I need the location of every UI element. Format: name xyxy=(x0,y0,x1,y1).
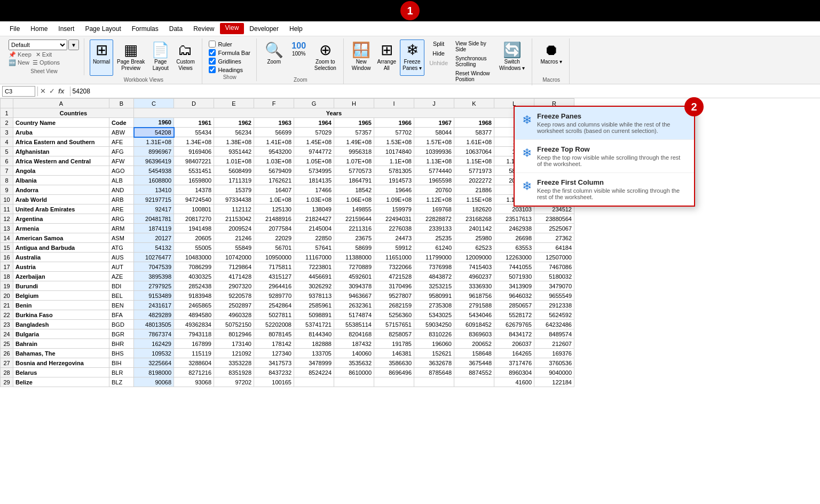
cell-19-4[interactable]: 2907320 xyxy=(214,281,254,291)
cell-6-9[interactable]: 1.13E+08 xyxy=(414,156,454,166)
cell-7-1[interactable]: AGO xyxy=(109,166,134,176)
cell-21-2[interactable]: 2431617 xyxy=(134,301,174,310)
cell-16-0[interactable]: Australia xyxy=(13,253,109,262)
col-D-header[interactable]: D xyxy=(174,99,214,108)
cell-4-10[interactable]: 1.61E+08 xyxy=(454,137,494,147)
cell-18-1[interactable]: AZE xyxy=(109,272,134,281)
cell-11-5[interactable]: 125130 xyxy=(254,204,294,214)
cell-12-2[interactable]: 20481781 xyxy=(134,214,174,224)
cell-17-10[interactable]: 7415403 xyxy=(454,262,494,272)
cell-21-8[interactable]: 2682159 xyxy=(374,301,414,310)
cell-7-7[interactable]: 5770573 xyxy=(334,166,374,176)
cell-27-11[interactable]: 3717476 xyxy=(494,358,534,368)
cell-21-1[interactable]: BEN xyxy=(109,301,134,310)
cell-17-12[interactable]: 7467086 xyxy=(534,262,574,272)
cell-4-2[interactable]: 1.31E+08 xyxy=(134,137,174,147)
cell-28-9[interactable]: 8785648 xyxy=(414,368,454,377)
cell-24-0[interactable]: Bulgaria xyxy=(13,329,109,339)
cell-10-0[interactable]: Arab World xyxy=(13,195,109,204)
cell-9-1[interactable]: AND xyxy=(109,185,134,195)
cell-12-0[interactable]: Argentina xyxy=(13,214,109,224)
cell-16-12[interactable]: 12507000 xyxy=(534,253,574,262)
cell-29-3[interactable]: 93068 xyxy=(174,377,214,387)
cell-5-3[interactable]: 9169406 xyxy=(174,147,214,156)
cell-24-2[interactable]: 7867374 xyxy=(134,329,174,339)
cell-9-5[interactable]: 16407 xyxy=(254,185,294,195)
cell-9-6[interactable]: 17466 xyxy=(294,185,334,195)
cell-26-11[interactable]: 164265 xyxy=(494,349,534,358)
cell-14-2[interactable]: 20127 xyxy=(134,233,174,243)
cell-12-4[interactable]: 21153042 xyxy=(214,214,254,224)
cell-19-3[interactable]: 2852438 xyxy=(174,281,214,291)
cell-6-2[interactable]: 96396419 xyxy=(134,156,174,166)
cell-8-8[interactable]: 1914573 xyxy=(374,176,414,185)
cell-28-2[interactable]: 8198000 xyxy=(134,368,174,377)
cell-23-1[interactable]: BGD xyxy=(109,320,134,329)
menu-formulas[interactable]: Formulas xyxy=(127,24,164,34)
cell-18-8[interactable]: 4721528 xyxy=(374,272,414,281)
cell-24-5[interactable]: 8078145 xyxy=(254,329,294,339)
cell-22-0[interactable]: Burkina Faso xyxy=(13,310,109,320)
cell-3-5[interactable]: 56699 xyxy=(254,128,294,137)
keep-btn[interactable]: 📌 Keep xyxy=(9,51,31,58)
cell-5-8[interactable]: 10174840 xyxy=(374,147,414,156)
gridlines-check[interactable]: Gridlines xyxy=(209,58,250,65)
cell-19-2[interactable]: 2797925 xyxy=(134,281,174,291)
col-H-header[interactable]: H xyxy=(334,99,374,108)
cell-12-9[interactable]: 22828872 xyxy=(414,214,454,224)
cell-14-5[interactable]: 22029 xyxy=(254,233,294,243)
cell-10-10[interactable]: 1.15E+08 xyxy=(454,195,494,204)
cell-26-1[interactable]: BHS xyxy=(109,349,134,358)
cell-5-0[interactable]: Afghanistan xyxy=(13,147,109,156)
cell-17-6[interactable]: 7223801 xyxy=(294,262,334,272)
cell-5-6[interactable]: 9744772 xyxy=(294,147,334,156)
cell-23-9[interactable]: 59034250 xyxy=(414,320,454,329)
cell-17-5[interactable]: 7175811 xyxy=(254,262,294,272)
cell-7-5[interactable]: 5679409 xyxy=(254,166,294,176)
cell-11-1[interactable]: ARE xyxy=(109,204,134,214)
cell-13-10[interactable]: 2401142 xyxy=(454,224,494,233)
cell-3-1[interactable]: ABW xyxy=(109,128,134,137)
cell-29-4[interactable]: 97202 xyxy=(214,377,254,387)
cell-15-10[interactable]: 62523 xyxy=(454,243,494,253)
cell-11-7[interactable]: 149855 xyxy=(334,204,374,214)
cell-29-10[interactable] xyxy=(454,377,494,387)
normal-view-btn[interactable]: ⊞ Normal xyxy=(90,40,113,76)
cell-4-6[interactable]: 1.45E+08 xyxy=(294,137,334,147)
cell-12-5[interactable]: 21488916 xyxy=(254,214,294,224)
cell-17-1[interactable]: AUT xyxy=(109,262,134,272)
cell-20-8[interactable]: 9527807 xyxy=(374,291,414,301)
formula-bar-check[interactable]: Formula Bar xyxy=(209,49,250,56)
cell-12-8[interactable]: 22494031 xyxy=(374,214,414,224)
cell-14-1[interactable]: ASM xyxy=(109,233,134,243)
cell-23-7[interactable]: 55385114 xyxy=(334,320,374,329)
cell-22-2[interactable]: 4829289 xyxy=(134,310,174,320)
cell-24-6[interactable]: 8144340 xyxy=(294,329,334,339)
cell-16-5[interactable]: 10950000 xyxy=(254,253,294,262)
headings-check[interactable]: Headings xyxy=(209,66,250,73)
cell-13-8[interactable]: 2276038 xyxy=(374,224,414,233)
cell-21-11[interactable]: 2850657 xyxy=(494,301,534,310)
cell-20-9[interactable]: 9580991 xyxy=(414,291,454,301)
cell-15-2[interactable]: 54132 xyxy=(134,243,174,253)
cell-8-1[interactable]: ALB xyxy=(109,176,134,185)
cell-27-2[interactable]: 3225664 xyxy=(134,358,174,368)
freeze-top-row-option[interactable]: ❄ Freeze Top Row Keep the top row visibl… xyxy=(515,140,694,173)
cell-26-5[interactable]: 127340 xyxy=(254,349,294,358)
cell-26-6[interactable]: 133705 xyxy=(294,349,334,358)
cell-6-1[interactable]: AFW xyxy=(109,156,134,166)
cell-18-6[interactable]: 4456691 xyxy=(294,272,334,281)
cell-12-7[interactable]: 22159644 xyxy=(334,214,374,224)
cell-3-10[interactable]: 58377 xyxy=(454,128,494,137)
cell-16-7[interactable]: 11388000 xyxy=(334,253,374,262)
cell-6-7[interactable]: 1.07E+08 xyxy=(334,156,374,166)
cell-22-6[interactable]: 5098891 xyxy=(294,310,334,320)
cell-3-0[interactable]: Aruba xyxy=(13,128,109,137)
cell-6-5[interactable]: 1.03E+08 xyxy=(254,156,294,166)
cell-23-0[interactable]: Bangladesh xyxy=(13,320,109,329)
cell-17-9[interactable]: 7376998 xyxy=(414,262,454,272)
cell-11-9[interactable]: 169768 xyxy=(414,204,454,214)
cell-14-6[interactable]: 22850 xyxy=(294,233,334,243)
cell-14-7[interactable]: 23675 xyxy=(334,233,374,243)
cell-25-9[interactable]: 196060 xyxy=(414,339,454,349)
